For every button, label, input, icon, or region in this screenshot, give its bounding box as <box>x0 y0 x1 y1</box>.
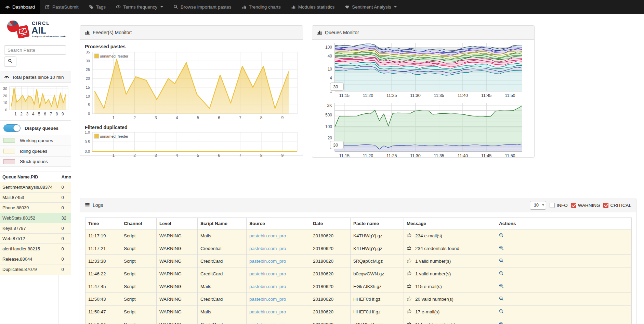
queue-row: Phone.88039 0 <box>0 203 71 213</box>
queue-amount: 0 <box>59 234 71 244</box>
nav-item-pastesubmit[interactable]: PasteSubmit <box>40 0 84 14</box>
log-script-name: CreditCard <box>198 267 247 280</box>
page-size-select[interactable]: 10 <box>530 201 546 210</box>
nav-item-modules-statistics[interactable]: Modules statistics <box>286 0 340 14</box>
circl-ail-logo: CIRCL AIL Analysis of Information Leaks <box>0 14 71 41</box>
log-message: 1 valid number(s) <box>415 259 451 264</box>
queue-table: Queue Name.PID Amount SentimentAnalysis.… <box>0 172 71 275</box>
log-time: 11:46:22 <box>86 267 121 280</box>
nav-item-tags[interactable]: Tags <box>84 0 111 14</box>
logs-table: TimeChannelLevelScript NameSourceDatePas… <box>85 217 632 324</box>
checkbox-icon[interactable] <box>571 203 576 208</box>
log-source-link[interactable]: pastebin.com_pro <box>249 322 286 324</box>
svg-text:0: 0 <box>5 108 7 112</box>
svg-text:2: 2 <box>20 112 23 116</box>
svg-text:6: 6 <box>218 115 220 120</box>
svg-text:8: 8 <box>260 153 263 158</box>
queue-amount: 0 <box>59 182 71 192</box>
svg-text:5: 5 <box>38 112 40 116</box>
log-source-link[interactable]: pastebin.com_pro <box>249 297 286 302</box>
nav-item-label: Browse important pastes <box>181 4 232 10</box>
logs-column-header: Channel <box>121 218 157 229</box>
search-plus-icon[interactable] <box>499 296 504 301</box>
svg-text:20: 20 <box>3 94 7 98</box>
logs-title: Logs <box>93 202 103 208</box>
checkbox-icon[interactable] <box>550 203 555 208</box>
svg-text:7: 7 <box>239 153 241 158</box>
search-icon <box>8 59 13 65</box>
queues-chart2-window-input[interactable]: 30 <box>330 141 344 149</box>
svg-text:11:35: 11:35 <box>434 153 444 158</box>
gauge-icon <box>4 74 9 80</box>
thumbs-up-icon <box>407 258 412 264</box>
chevron-down-icon <box>542 204 544 206</box>
thumbs-up-icon <box>407 233 412 239</box>
nav-item-label: Terms frequency <box>123 4 157 10</box>
log-source-link[interactable]: pastebin.com_pro <box>249 284 286 289</box>
checkbox-icon[interactable] <box>603 203 608 208</box>
log-level-filter[interactable]: WARNING <box>571 203 600 208</box>
log-channel: Script <box>121 267 157 280</box>
svg-text:11:15: 11:15 <box>339 153 350 158</box>
logs-column-header: Date <box>310 218 351 229</box>
svg-text:11:20: 11:20 <box>363 93 373 98</box>
search-plus-icon[interactable] <box>499 322 504 324</box>
log-paste-name: HHEF0tHf.gz <box>351 306 404 318</box>
log-row: 11:17:21 Script WARNING Credential paste… <box>86 242 632 255</box>
log-row: 11:46:22 Script WARNING CreditCard paste… <box>86 267 632 280</box>
queue-name: Keys.87787 <box>0 223 59 234</box>
nav-item-terms-frequency[interactable]: Terms frequency <box>111 0 168 14</box>
queues-size-chart: 11:1511:2011:2511:3011:3511:4011:4511:50… <box>316 40 531 99</box>
log-level: WARNING <box>157 255 198 267</box>
log-source-link[interactable]: pastebin.com_pro <box>249 259 286 264</box>
log-channel: Script <box>121 306 157 318</box>
processed-pastes-chart: 05101520253035123456789unnamed_feeder <box>83 50 299 123</box>
nav-item-sentiment-analysis[interactable]: Sentiment Analysis <box>340 0 402 14</box>
filter-label: WARNING <box>578 203 600 208</box>
log-source-link[interactable]: pastebin.com_pro <box>249 309 286 314</box>
log-time: 11:50:47 <box>86 306 121 318</box>
search-paste-input[interactable] <box>4 45 66 55</box>
log-date: 20180620 <box>310 280 351 293</box>
log-level-filter[interactable]: INFO <box>550 203 567 208</box>
queues-chart1-window-input[interactable]: 30 <box>330 83 344 91</box>
svg-text:9: 9 <box>281 153 284 158</box>
search-plus-icon[interactable] <box>499 233 504 238</box>
svg-text:4: 4 <box>176 115 178 120</box>
search-button[interactable] <box>4 57 16 67</box>
log-source-link[interactable]: pastebin.com_pro <box>249 246 286 251</box>
svg-text:11:40: 11:40 <box>458 153 468 158</box>
queue-table-tail <box>0 275 59 324</box>
svg-text:6: 6 <box>44 112 46 116</box>
filtered-duplicated-chart: 0.00.51.0123456789unnamed_feeder <box>83 131 299 160</box>
search-plus-icon[interactable] <box>499 246 504 250</box>
svg-text:5: 5 <box>197 115 199 120</box>
log-source-link[interactable]: pastebin.com_pro <box>249 233 286 238</box>
nav-item-dashboard[interactable]: Dashboard <box>0 0 40 14</box>
total-pastes-header: Total pastes since 10 min <box>0 72 71 83</box>
legend-swatch <box>3 138 15 143</box>
nav-item-browse-important-pastes[interactable]: Browse important pastes <box>168 0 237 14</box>
nav-item-trending-charts[interactable]: Trending charts <box>237 0 286 14</box>
log-source-link[interactable]: pastebin.com_pro <box>249 271 286 276</box>
svg-text:1: 1 <box>14 112 17 116</box>
log-message: 115 e-mail(s) <box>415 284 442 289</box>
search-plus-icon[interactable] <box>499 271 504 276</box>
svg-text:11:30: 11:30 <box>410 93 420 98</box>
logs-column-header: Paste name <box>351 218 404 229</box>
log-level-filter[interactable]: CRITICAL <box>603 203 631 208</box>
search-plus-icon[interactable] <box>499 309 504 314</box>
queue-row: Duplicates.87079 0 <box>0 264 71 275</box>
queue-name: alertHandler.88215 <box>0 244 59 254</box>
log-date: 20180620 <box>310 255 351 267</box>
queue-amount: 0 <box>59 254 71 264</box>
nav-item-label: Dashboard <box>12 4 35 10</box>
queue-amount: 0 <box>59 192 71 203</box>
log-time: 11:17:21 <box>86 242 121 255</box>
search-plus-icon[interactable] <box>499 284 504 288</box>
search-plus-icon[interactable] <box>499 258 504 263</box>
display-queues-toggle[interactable] <box>3 124 21 132</box>
queue-name: Mail.87453 <box>0 192 59 203</box>
svg-text:10: 10 <box>328 67 332 72</box>
svg-text:9: 9 <box>281 115 284 120</box>
